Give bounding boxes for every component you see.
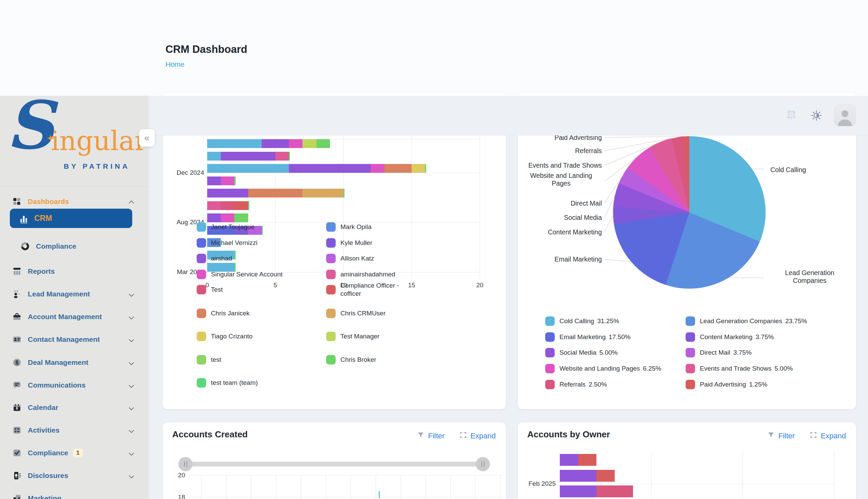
bar-segment-test_team[interactable]	[289, 152, 290, 161]
bar-segment-test_team[interactable]	[234, 251, 235, 259]
legend-item-referrals[interactable]: Referrals2.50%	[545, 380, 607, 389]
legend-item-amina[interactable]: aminairshadahmed	[326, 270, 395, 279]
legend-item-compliance_officer[interactable]: Compliance Officer -cofficer	[326, 281, 399, 298]
bar-segment-compliance_officer[interactable]	[596, 470, 615, 482]
bar-segment-janet[interactable]	[207, 139, 262, 148]
sidebar-item-deal-management[interactable]: $Deal Management	[0, 353, 148, 372]
legend-item-chris_broker[interactable]: Chris Broker	[326, 355, 376, 365]
bar-segment-amina[interactable]	[275, 152, 289, 161]
bar-segment-singular[interactable]	[221, 177, 234, 185]
legend-item-email[interactable]: Email Marketing17.50%	[545, 332, 631, 342]
bar-segment-test_team[interactable]	[262, 226, 263, 235]
legend-item-social[interactable]: Social Media5.00%	[545, 348, 618, 357]
bar-segment-singular[interactable]	[371, 164, 384, 173]
user-avatar[interactable]	[834, 105, 856, 126]
legend-item-test_team[interactable]: test team (team)	[197, 378, 258, 388]
legend-color-chip	[545, 332, 555, 342]
legend-item-kyle[interactable]: Kyle Muller	[326, 238, 372, 248]
y-axis-tick: 20	[172, 472, 185, 479]
legend-item-allison[interactable]: Allison Katz	[326, 254, 374, 263]
legend-item-airshad[interactable]: airshad	[197, 254, 232, 263]
sidebar-item-disclosures[interactable]: Disclosures	[0, 466, 148, 485]
legend-item-chris_janicek[interactable]: Chris Janicek	[197, 308, 250, 318]
sidebar-item-compliance[interactable]: Compliance1	[0, 443, 148, 462]
sidebar-item-crm[interactable]: CRM	[10, 209, 132, 228]
bar-segment-airshad[interactable]	[207, 177, 221, 185]
sidebar-item-contact-management[interactable]: Contact Management	[0, 330, 148, 349]
sidebar-item-communications[interactable]: Communications	[0, 376, 148, 395]
legend-item-cold[interactable]: Cold Calling31.25%	[545, 316, 619, 326]
bar-segment-janet[interactable]	[207, 152, 221, 161]
bar-segment-test_team[interactable]	[344, 189, 344, 197]
legend-item-events[interactable]: Events and Trade Shows5.00%	[686, 364, 793, 373]
sidebar-item-compliance-dashboard[interactable]: Compliance	[0, 237, 148, 256]
bar-segment-compliance_officer[interactable]	[578, 454, 596, 466]
legend-item-chris_crmuser[interactable]: Chris CRMUser	[326, 308, 385, 318]
date-range-slider-track[interactable]	[186, 462, 483, 466]
legend-label: Website and Landing Pages	[559, 365, 640, 373]
calendar-icon: 8	[12, 403, 22, 412]
sidebar-collapse-button[interactable]: «	[139, 129, 155, 147]
legend-item-website[interactable]: Website and Landing Pages6.25%	[545, 364, 661, 373]
sidebar-item-lead-management[interactable]: Lead Management	[0, 284, 148, 304]
breadcrumb-home-link[interactable]: Home	[165, 60, 185, 69]
bar-segment-singular[interactable]	[221, 214, 234, 222]
sidebar-item-reports[interactable]: Reports	[0, 262, 148, 281]
bar-segment-airshad[interactable]	[560, 454, 578, 466]
bar-segment-test_manager[interactable]	[302, 139, 316, 148]
chevron-down-icon	[129, 360, 134, 365]
bar-segment-airshad[interactable]	[560, 485, 596, 497]
range-slider-handle-left[interactable]	[178, 457, 193, 471]
bar-segment-airshad[interactable]	[289, 164, 371, 173]
filter-button[interactable]: Filter	[417, 431, 444, 441]
sidebar-section-dashboards[interactable]: Dashboards	[0, 192, 148, 211]
bar-segment-airshad[interactable]	[221, 152, 275, 161]
bar-segment-test[interactable]	[221, 201, 234, 210]
bar-segment-chris_crmuser[interactable]	[302, 189, 344, 197]
sidebar-item-account-management[interactable]: Account Management	[0, 307, 148, 326]
sidebar-item-marketing[interactable]: Marketing	[0, 489, 148, 499]
legend-item-michael[interactable]: Michael Vernizzi	[197, 238, 257, 248]
legend-item-janet[interactable]: Janet Toujague	[197, 222, 254, 232]
bar-segment-chris_broker[interactable]	[234, 214, 248, 222]
crm-chart-icon	[19, 214, 28, 223]
bar-segment-test[interactable]	[596, 485, 633, 497]
sidebar-item-calendar[interactable]: 8Calendar	[0, 398, 148, 417]
legend-item-singular[interactable]: Singular Service Account	[197, 270, 283, 279]
bar-segment-chris_janicek[interactable]	[248, 189, 303, 197]
bar-segment-test_team[interactable]	[234, 177, 235, 185]
expand-button[interactable]: Expand	[810, 431, 846, 441]
accounts-created-card: Accounts Created Filter Expand 2018	[163, 423, 506, 499]
bar-segment-chris_janicek[interactable]	[384, 164, 412, 173]
leads-by-source-card: Paid AdvertisingReferralsEvents and Trad…	[518, 93, 856, 409]
sidebar-item-activities[interactable]: Activities	[0, 421, 148, 440]
legend-item-direct[interactable]: Direct Mail3.75%	[686, 348, 752, 357]
bar-segment-amina[interactable]	[207, 201, 221, 210]
legend-item-content[interactable]: Content Marketing3.75%	[686, 332, 774, 342]
legend-color-chip	[326, 238, 336, 248]
bar-segment-tiago[interactable]	[412, 164, 425, 173]
bar-segment-janet[interactable]	[207, 164, 289, 173]
legend-item-test[interactable]: Test	[197, 285, 223, 294]
bar-segment-airshad[interactable]	[560, 470, 596, 482]
bar-segment-singular[interactable]	[289, 139, 302, 148]
filter-button[interactable]: Filter	[767, 431, 795, 441]
bar-segment-test_team[interactable]	[425, 164, 426, 173]
chevron-down-icon	[129, 382, 134, 388]
range-slider-handle-right[interactable]	[476, 457, 490, 471]
bar-segment-airshad[interactable]	[207, 189, 248, 197]
bar-segment-test_team[interactable]	[248, 201, 249, 210]
legend-item-test_manager[interactable]: Test Manager	[326, 332, 379, 341]
legend-item-tiago[interactable]: Tiago Crizanto	[197, 332, 253, 341]
legend-item-paid[interactable]: Paid Advertising1.25%	[686, 380, 767, 389]
bar-segment-compliance_officer[interactable]	[234, 201, 248, 210]
bar-segment-airshad[interactable]	[207, 214, 221, 222]
bar-segment-airshad[interactable]	[262, 139, 289, 148]
expand-button[interactable]: Expand	[460, 431, 496, 441]
notifications-bell-icon[interactable]	[784, 108, 799, 123]
legend-item-test_small[interactable]: test	[197, 355, 222, 365]
legend-item-leadgen[interactable]: Lead Generation Companies23.75%	[686, 316, 807, 326]
theme-toggle-icon[interactable]	[809, 108, 824, 123]
bar-segment-chris_broker[interactable]	[316, 139, 330, 148]
legend-item-mark[interactable]: Mark Opila	[326, 222, 372, 232]
